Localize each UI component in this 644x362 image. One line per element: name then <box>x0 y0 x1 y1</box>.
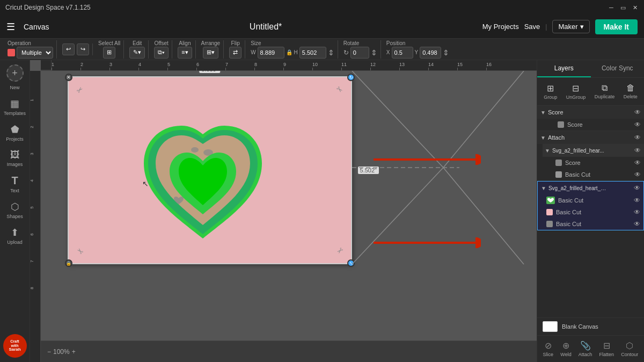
lock-handle[interactable]: 🔒 <box>65 259 72 267</box>
cutting-mat[interactable]: ✕ ↻ 🔒 ⤡ ✂ ✂ ✂ ✂ + ↖ <box>68 76 352 264</box>
attach-score-name: Score <box>565 160 631 166</box>
attach-icon: 📎 <box>580 341 591 351</box>
attach-score-eye[interactable]: 👁 <box>634 159 641 166</box>
templates-icon: ▦ <box>10 98 19 110</box>
sidebar-item-upload[interactable]: ⬆ Upload <box>2 223 28 248</box>
maker-button[interactable]: Maker ▾ <box>552 20 589 33</box>
group-button[interactable]: ⊞ Group <box>541 81 559 102</box>
ruler-number-8: 8 <box>254 62 257 67</box>
close-btn[interactable]: ✕ <box>631 4 639 11</box>
slice-icon: ⊘ <box>545 341 552 351</box>
basic-cut-green-item[interactable]: Basic Cut 👁 <box>538 194 643 206</box>
frilled-heart-group: ▼ Svg_a2_frilled_heart_c... 👁 Basic Cut … <box>537 181 644 230</box>
basic-cut-gray-eye[interactable]: 👁 <box>634 220 640 228</box>
score-item-eye[interactable]: 👁 <box>634 121 641 128</box>
corner-mark-tr: ✂ <box>334 84 345 95</box>
layers-list: ▼ Score 👁 Score 👁 ▼ Attach 👁 <box>537 106 644 317</box>
width-label: W <box>251 49 255 55</box>
right-panel: Layers Color Sync ⊞ Group ⊟ UnGroup ⧉ Du… <box>537 60 644 362</box>
undo-btn[interactable]: ↩ <box>62 44 75 55</box>
attach-button[interactable]: 📎 Attach <box>575 339 596 359</box>
close-handle[interactable]: ✕ <box>65 74 72 81</box>
sidebar-item-projects[interactable]: ⬟ Projects <box>2 120 28 145</box>
hamburger-menu[interactable]: ☰ <box>6 21 15 33</box>
basic-cut-green-eye[interactable]: 👁 <box>634 197 640 204</box>
basic-cut-gray-item[interactable]: Basic Cut 👁 <box>538 218 643 230</box>
attach-eye-icon[interactable]: 👁 <box>634 134 641 141</box>
flip-btn[interactable]: ⇄ <box>229 47 241 59</box>
flatten-button[interactable]: ⊟ Flatten <box>596 339 618 359</box>
height-input[interactable] <box>299 47 326 59</box>
svg-frilled-eye[interactable]: 👁 <box>634 147 641 154</box>
slice-button[interactable]: ⊘ Slice <box>540 339 557 359</box>
score-group: ▼ Score 👁 Score 👁 <box>537 106 644 131</box>
edit-btn[interactable]: ✎▾ <box>129 47 145 59</box>
attach-basic-cut-eye[interactable]: 👁 <box>634 171 641 178</box>
my-projects-button[interactable]: My Projects <box>482 23 519 31</box>
arrange-group: Arrange ⊞▾ <box>198 40 224 59</box>
frilled-heart-name: Svg_a2_frilled_heart_c... <box>548 185 608 191</box>
rotate-handle[interactable]: ↻ <box>347 74 355 81</box>
edit-group: Edit ✎▾ <box>126 40 149 59</box>
rotate-input[interactable] <box>350 47 369 59</box>
attach-basic-cut-item[interactable]: Basic Cut 👁 <box>543 169 644 180</box>
y-input[interactable] <box>420 47 441 59</box>
zoom-in-btn[interactable]: + <box>72 348 76 356</box>
titlebar-title: Cricut Design Space v7.1.125 <box>5 4 91 11</box>
svg-frilled-header[interactable]: ▼ Svg_a2_frilled_hear... 👁 <box>543 144 644 157</box>
basic-cut-gray-name: Basic Cut <box>556 221 631 227</box>
toolbar: Operation Multiple ↩ ↪ Select All ⊞ Edit… <box>0 39 644 60</box>
ruler-number-6: 6 <box>196 62 199 67</box>
position-stepper[interactable]: ⇕ <box>443 48 449 57</box>
frilled-heart-eye[interactable]: 👁 <box>634 184 640 192</box>
edit-tools-group: ↩ ↪ <box>59 44 93 55</box>
basic-cut-pink-item[interactable]: Basic Cut 👁 <box>538 206 643 218</box>
minimize-btn[interactable]: ─ <box>608 4 615 11</box>
basic-cut-pink-eye[interactable]: 👁 <box>634 208 640 216</box>
operation-select[interactable]: Multiple <box>17 47 53 59</box>
arrange-btn[interactable]: ⊞▾ <box>203 47 218 59</box>
score-item[interactable]: Score 👁 <box>537 119 644 131</box>
sidebar-item-text[interactable]: T Text <box>2 171 28 197</box>
rotate-stepper[interactable]: ⇕ <box>371 48 377 57</box>
attach-group-header[interactable]: ▼ Attach 👁 <box>537 131 644 144</box>
width-input[interactable] <box>258 47 284 59</box>
canvas-content[interactable]: ✕ ↻ 🔒 ⤡ ✂ ✂ ✂ ✂ + ↖ <box>41 71 537 341</box>
canvas-area[interactable]: // Ruler numbers will be rendered inline… <box>30 60 537 362</box>
make-it-button[interactable]: Make It <box>595 19 638 34</box>
delete-button[interactable]: 🗑 Delete <box>621 81 640 102</box>
select-all-btn[interactable]: ⊞ <box>103 47 115 59</box>
select-all-group: Select All ⊞ <box>95 40 124 59</box>
scale-handle[interactable]: ⤡ <box>347 259 355 267</box>
duplicate-button[interactable]: ⧉ Duplicate <box>592 81 617 102</box>
ruler-number-10: 10 <box>312 62 318 67</box>
maximize-btn[interactable]: ▭ <box>619 4 627 11</box>
ungroup-button[interactable]: ⊟ UnGroup <box>564 81 588 102</box>
sidebar-item-shapes[interactable]: ⬡ Shapes <box>2 198 28 222</box>
attach-score-item[interactable]: Score 👁 <box>543 157 644 169</box>
weld-button[interactable]: ⊕ Weld <box>557 339 574 359</box>
save-button[interactable]: Save <box>524 23 540 31</box>
x-input[interactable] <box>392 47 413 59</box>
svg-line-13 <box>443 168 524 264</box>
align-btn[interactable]: ≡▾ <box>178 47 192 59</box>
height-stepper[interactable]: ⇕ <box>328 48 334 57</box>
new-button[interactable]: + <box>6 64 24 82</box>
score-group-header[interactable]: ▼ Score 👁 <box>537 106 644 119</box>
tab-color-sync[interactable]: Color Sync <box>591 60 645 77</box>
zoom-out-btn[interactable]: − <box>47 348 51 356</box>
contour-button[interactable]: ⬡ Contour <box>618 339 641 359</box>
redo-btn[interactable]: ↪ <box>77 44 89 55</box>
rotate-label: Rotate <box>343 40 377 46</box>
offset-btn[interactable]: ⧉▾ <box>154 47 169 59</box>
left-sidebar: + New ▦ Templates ⬟ Projects 🖼 Images T … <box>0 60 30 362</box>
sidebar-item-images[interactable]: 🖼 Images <box>2 146 28 170</box>
heart-image <box>133 110 273 255</box>
frilled-heart-header[interactable]: ▼ Svg_a2_frilled_heart_c... 👁 <box>538 182 643 194</box>
select-all-label: Select All <box>98 40 120 46</box>
panel-bottom: Blank Canvas ⊘ Slice ⊕ Weld 📎 Attach ⊟ F… <box>537 317 644 362</box>
sidebar-item-templates[interactable]: ▦ Templates <box>2 95 28 119</box>
svg-line-11 <box>352 168 443 264</box>
score-eye-icon[interactable]: 👁 <box>634 108 641 116</box>
tab-layers[interactable]: Layers <box>537 60 591 77</box>
